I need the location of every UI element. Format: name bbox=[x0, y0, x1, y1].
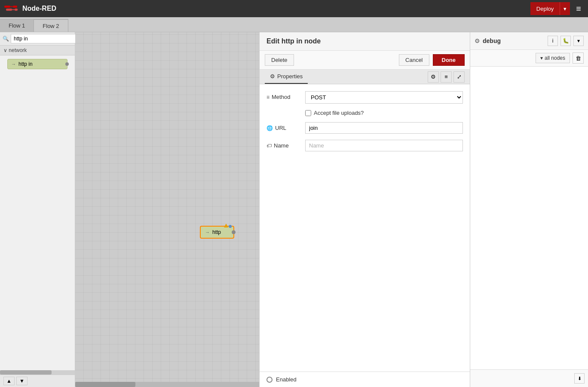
flow-canvas[interactable]: → http bbox=[75, 32, 259, 387]
edit-panel-content: ≡ Method GET POST PUT DELETE PATCH Accep… bbox=[260, 84, 470, 372]
search-icon: 🔍 bbox=[3, 36, 9, 42]
accept-uploads-row: Accept file uploads? bbox=[305, 110, 463, 116]
debug-panel-header: ⚙ debug i 🐛 ▾ bbox=[470, 32, 588, 50]
palette-node-httpin[interactable]: → http in bbox=[7, 59, 67, 69]
debug-scroll-bottom-button[interactable]: ⬇ bbox=[574, 373, 585, 384]
sidebar-scroll-down-button[interactable]: ▼ bbox=[16, 377, 28, 385]
expand-icon: ⤢ bbox=[457, 74, 462, 80]
app-logo bbox=[4, 4, 18, 13]
tag-icon: 🏷 bbox=[266, 143, 272, 149]
palette-category-network[interactable]: ∨ network bbox=[0, 46, 75, 55]
canvas-horizontal-scrollbar[interactable] bbox=[75, 382, 259, 387]
method-row: ≡ Method GET POST PUT DELETE PATCH bbox=[266, 91, 463, 104]
enabled-label: Enabled bbox=[276, 376, 297, 383]
node-output-port bbox=[232, 230, 236, 234]
scrollbar-thumb bbox=[0, 370, 52, 375]
bug-icon: 🐛 bbox=[563, 38, 569, 44]
deploy-group: Deploy ▾ bbox=[530, 2, 570, 15]
tab-flow1[interactable]: Flow 1 bbox=[0, 19, 34, 32]
description-icon-button[interactable]: ≡ bbox=[441, 71, 452, 83]
url-input[interactable] bbox=[305, 122, 463, 134]
debug-panel-title: debug bbox=[483, 37, 545, 44]
category-label: network bbox=[9, 47, 27, 53]
deploy-button[interactable]: Deploy bbox=[530, 2, 560, 15]
debug-footer: ⬇ bbox=[470, 369, 588, 387]
settings-icon-button[interactable]: ⚙ bbox=[428, 71, 439, 83]
deploy-dropdown-button[interactable]: ▾ bbox=[560, 2, 570, 15]
debug-info-button[interactable]: i bbox=[548, 36, 558, 46]
tab-properties[interactable]: ⚙ Properties bbox=[265, 70, 308, 84]
name-row: 🏷 Name bbox=[266, 140, 463, 151]
debug-filter-button[interactable]: ▾ all nodes bbox=[536, 53, 570, 63]
edit-panel-title: Edit http in node bbox=[266, 37, 321, 45]
palette-scroll: ∨ network → http in bbox=[0, 46, 75, 370]
description-icon: ≡ bbox=[444, 74, 448, 80]
node-warning-icon bbox=[224, 224, 228, 227]
edit-tab-icons: ⚙ ≡ ⤢ bbox=[428, 71, 465, 83]
tab-flow1-label: Flow 1 bbox=[9, 22, 25, 29]
category-collapse-icon: ∨ bbox=[3, 47, 9, 53]
tabbar: Flow 1 Flow 2 bbox=[0, 17, 588, 32]
scroll-bottom-icon: ⬇ bbox=[578, 376, 582, 381]
method-lines-icon: ≡ bbox=[266, 94, 270, 100]
gear-tab-icon: ⚙ bbox=[270, 73, 275, 80]
filter-label: all nodes bbox=[545, 55, 565, 61]
cancel-button[interactable]: Cancel bbox=[399, 54, 429, 66]
method-field: GET POST PUT DELETE PATCH bbox=[305, 91, 463, 104]
svg-rect-5 bbox=[15, 9, 18, 11]
edit-panel-header: Edit http in node bbox=[260, 32, 470, 51]
accept-uploads-checkbox[interactable] bbox=[305, 110, 311, 116]
main-menu-button[interactable]: ≡ bbox=[573, 4, 584, 14]
edit-panel-toolbar: Delete Cancel Done bbox=[260, 51, 470, 70]
globe-icon: 🌐 bbox=[266, 125, 273, 131]
edit-panel-footer: Enabled bbox=[260, 372, 470, 387]
name-field bbox=[305, 140, 463, 151]
accept-uploads-label: Accept file uploads? bbox=[314, 110, 364, 116]
name-input[interactable] bbox=[305, 140, 463, 151]
debug-gear-icon: ⚙ bbox=[475, 37, 480, 44]
properties-tab-label: Properties bbox=[277, 73, 303, 80]
main-area: 🔍 × ∨ network → http in ▲ ▼ → bbox=[0, 32, 588, 387]
debug-bug-button[interactable]: 🐛 bbox=[560, 36, 571, 46]
edit-panel: Edit http in node Delete Cancel Done ⚙ P… bbox=[259, 32, 470, 387]
app-title: Node-RED bbox=[22, 5, 530, 12]
clear-icon: 🗑 bbox=[576, 55, 581, 61]
url-row: 🌐 URL bbox=[266, 122, 463, 134]
node-red-logo-icon bbox=[4, 4, 18, 13]
method-select[interactable]: GET POST PUT DELETE PATCH bbox=[305, 91, 463, 104]
canvas-scrollbar-thumb bbox=[75, 382, 135, 387]
canvas-node-http[interactable]: → http bbox=[200, 226, 234, 239]
done-button[interactable]: Done bbox=[433, 54, 465, 66]
method-label: ≡ Method bbox=[266, 91, 305, 100]
delete-button[interactable]: Delete bbox=[265, 54, 294, 66]
topbar: Node-RED Deploy ▾ ≡ bbox=[0, 0, 588, 17]
canvas-node-label: http bbox=[212, 229, 221, 235]
debug-toolbar: ▾ all nodes 🗑 bbox=[470, 50, 588, 67]
node-arrow-icon: → bbox=[11, 61, 16, 67]
svg-rect-0 bbox=[4, 6, 10, 8]
svg-rect-4 bbox=[13, 6, 17, 8]
debug-clear-button[interactable]: 🗑 bbox=[573, 52, 584, 64]
debug-content-area bbox=[470, 67, 588, 369]
sidebar-horizontal-scrollbar[interactable] bbox=[0, 370, 75, 375]
edit-panel-tabs: ⚙ Properties ⚙ ≡ ⤢ bbox=[260, 70, 470, 84]
name-label: 🏷 Name bbox=[266, 140, 305, 149]
palette-search: 🔍 × bbox=[0, 32, 75, 46]
url-field bbox=[305, 122, 463, 134]
search-input[interactable] bbox=[11, 34, 81, 43]
node-palette: 🔍 × ∨ network → http in ▲ ▼ bbox=[0, 32, 75, 387]
tab-flow2-label: Flow 2 bbox=[43, 23, 59, 29]
debug-panel: ⚙ debug i 🐛 ▾ ▾ all nodes 🗑 ⬇ bbox=[470, 32, 588, 387]
sidebar-footer: ▲ ▼ bbox=[0, 375, 75, 387]
tab-flow2[interactable]: Flow 2 bbox=[34, 19, 68, 32]
node-status-dot bbox=[229, 225, 232, 228]
debug-collapse-button[interactable]: ▾ bbox=[573, 36, 584, 46]
palette-node-label: http in bbox=[18, 61, 33, 67]
svg-rect-1 bbox=[6, 9, 12, 11]
sidebar-scroll-up-button[interactable]: ▲ bbox=[3, 377, 15, 385]
url-label: 🌐 URL bbox=[266, 122, 305, 131]
enabled-radio[interactable] bbox=[266, 377, 273, 383]
node-port-right-icon bbox=[65, 62, 69, 66]
filter-icon: ▾ bbox=[540, 55, 543, 61]
expand-icon-button[interactable]: ⤢ bbox=[453, 71, 465, 83]
